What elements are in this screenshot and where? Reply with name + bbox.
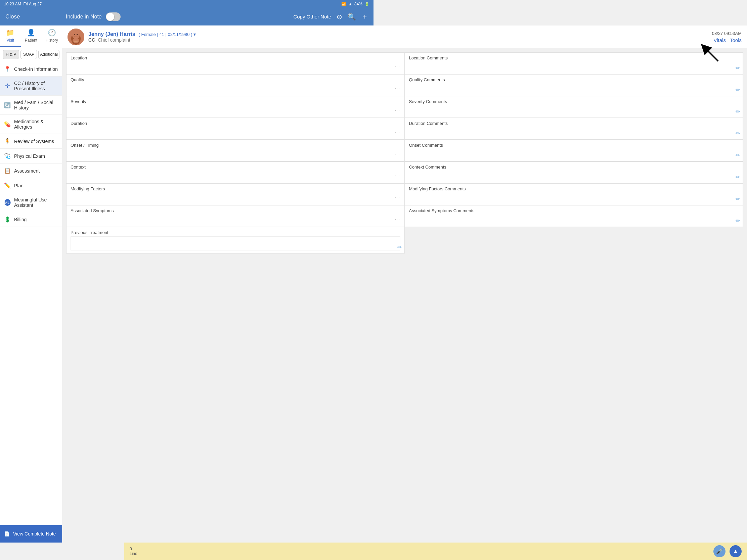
wifi-icon: 📶	[341, 2, 346, 6]
add-icon[interactable]: ＋	[361, 12, 368, 21]
checkin-icon: 📍	[4, 66, 11, 72]
dropdown-arrow-icon[interactable]: ▾	[194, 31, 196, 37]
form-section-previous-treatment: Previous Treatment ✏	[66, 227, 374, 254]
nav-item-assessment[interactable]: 📋 Assessment	[0, 163, 62, 178]
cc-hpi-label: CC / History of Present Illness	[14, 81, 58, 91]
status-right: 📶 ▲ 84% 🔋	[341, 2, 369, 6]
severity-label: Severity	[71, 99, 374, 104]
nav-item-plan[interactable]: ✏️ Plan	[0, 178, 62, 193]
toggle-knob	[106, 13, 114, 21]
quality-input[interactable]	[71, 84, 374, 93]
copy-other-note-button[interactable]: Copy Other Note	[293, 14, 331, 20]
meaningful-icon: MU	[4, 199, 11, 206]
include-in-note-toggle[interactable]	[106, 12, 121, 21]
checkin-label: Check-In Information	[14, 66, 58, 72]
form-section-location: Location ⋮	[66, 52, 374, 74]
search-icon[interactable]: 🔍	[347, 13, 356, 21]
meaningful-label: Meaningful Use Assistant	[14, 197, 58, 208]
patient-info-area: Jenny (Jen) Harris ( Female | 41 | 02/11…	[88, 31, 374, 43]
top-nav-center: Include in Note	[66, 12, 293, 21]
billing-icon: 💲	[4, 216, 11, 222]
patient-tab-label: Patient	[25, 38, 37, 43]
location-input-row: ⋮	[71, 62, 374, 71]
modifying-input[interactable]	[71, 193, 374, 202]
patient-details: ( Female | 41 | 02/11/1980 )	[139, 32, 192, 37]
form-section-quality: Quality ⋮	[66, 74, 374, 96]
medications-label: Medications & Allergies	[14, 119, 58, 130]
review-icon: 🧍	[4, 138, 11, 144]
location-input[interactable]	[71, 62, 374, 71]
nav-item-billing[interactable]: 💲 Billing	[0, 212, 62, 227]
duration-input-row: ⋮	[71, 127, 374, 137]
section-tab-additional[interactable]: Additional	[38, 50, 59, 59]
include-in-note-label: Include in Note	[66, 14, 102, 20]
onset-input[interactable]	[71, 149, 374, 158]
onset-label: Onset / Timing	[71, 143, 374, 148]
cc-label: CC	[88, 37, 95, 43]
battery-icon: 🔋	[364, 2, 369, 6]
cc-area: CC	[88, 37, 374, 43]
plan-label: Plan	[14, 183, 24, 188]
section-tabs: H & P SOAP Additional	[0, 47, 62, 62]
nav-item-physical[interactable]: 🩺 Physical Exam	[0, 149, 62, 163]
patient-name: Jenny (Jen) Harris	[88, 31, 135, 37]
nav-item-meaningful[interactable]: MU Meaningful Use Assistant	[0, 193, 62, 212]
svg-point-3	[74, 34, 75, 35]
severity-input[interactable]	[71, 105, 374, 115]
previous-treatment-input[interactable]	[71, 236, 374, 250]
status-time: 10:23 AM Fri Aug 27	[4, 2, 42, 6]
nav-item-checkin[interactable]: 📍 Check-In Information	[0, 62, 62, 77]
history-icon: 🕐	[48, 29, 56, 36]
form-section-context: Context ⋮	[66, 161, 374, 183]
medications-icon: 💊	[4, 121, 11, 128]
top-nav: Close Include in Note Copy Other Note ⊙ …	[0, 8, 374, 26]
section-tab-soap[interactable]: SOAP	[21, 50, 37, 59]
quality-label: Quality	[71, 77, 374, 82]
patient-name-row: Jenny (Jen) Harris ( Female | 41 | 02/11…	[88, 31, 374, 37]
previous-treatment-label: Previous Treatment	[71, 230, 374, 235]
med-history-icon: 🔄	[4, 102, 11, 108]
main-content: Jenny (Jen) Harris ( Female | 41 | 02/11…	[62, 26, 374, 280]
status-bar: 10:23 AM Fri Aug 27 📶 ▲ 84% 🔋	[0, 0, 374, 8]
previous-treatment-input-row	[71, 236, 374, 250]
nav-item-medications[interactable]: 💊 Medications & Allergies	[0, 115, 62, 134]
top-nav-left: Close	[5, 14, 66, 20]
form-section-onset: Onset / Timing ⋮	[66, 140, 374, 161]
section-tab-hp[interactable]: H & P	[3, 50, 19, 59]
modifying-input-row: ⋮	[71, 193, 374, 202]
more-options-icon[interactable]: ⊙	[337, 13, 342, 21]
patient-header: Jenny (Jen) Harris ( Female | 41 | 02/11…	[62, 26, 374, 48]
visit-tab-label: Visit	[7, 38, 14, 43]
sidebar-tab-history[interactable]: 🕐 History	[41, 26, 62, 47]
severity-input-row: ⋮	[71, 105, 374, 115]
billing-label: Billing	[14, 217, 27, 222]
quality-input-row: ⋮	[71, 84, 374, 93]
sidebar-tab-visit[interactable]: 📁 Visit	[0, 26, 21, 47]
form-section-duration: Duration ⋮	[66, 118, 374, 140]
context-input-row: ⋮	[71, 171, 374, 180]
close-button[interactable]: Close	[5, 14, 20, 20]
assessment-label: Assessment	[14, 168, 40, 174]
assessment-icon: 📋	[4, 167, 11, 174]
nav-item-review[interactable]: 🧍 Review of Systems	[0, 134, 62, 149]
svg-point-4	[77, 34, 78, 35]
sidebar-tab-bar: 📁 Visit 👤 Patient 🕐 History	[0, 26, 62, 47]
nav-item-med-history[interactable]: 🔄 Med / Fam / Social History	[0, 96, 62, 115]
nav-list: 📍 Check-In Information ✛ CC / History of…	[0, 62, 62, 280]
patient-avatar	[68, 29, 84, 45]
physical-icon: 🩺	[4, 153, 11, 159]
assoc-symptoms-input-row: ⋮	[71, 215, 374, 224]
context-input[interactable]	[71, 171, 374, 180]
nav-item-cc-hpi[interactable]: ✛ CC / History of Present Illness	[0, 77, 62, 96]
form-section-severity: Severity ⋮	[66, 96, 374, 118]
assoc-symptoms-input[interactable]	[71, 215, 374, 224]
med-history-label: Med / Fam / Social History	[14, 100, 58, 110]
duration-input[interactable]	[71, 127, 374, 137]
visit-icon: 📁	[6, 29, 15, 36]
sidebar-tab-patient[interactable]: 👤 Patient	[21, 26, 42, 47]
cc-hpi-icon: ✛	[4, 82, 11, 90]
cc-input[interactable]	[98, 37, 374, 43]
form-section-modifying: Modifying Factors ⋮	[66, 183, 374, 205]
battery-label: 84%	[354, 2, 362, 6]
signal-icon: ▲	[348, 2, 352, 6]
